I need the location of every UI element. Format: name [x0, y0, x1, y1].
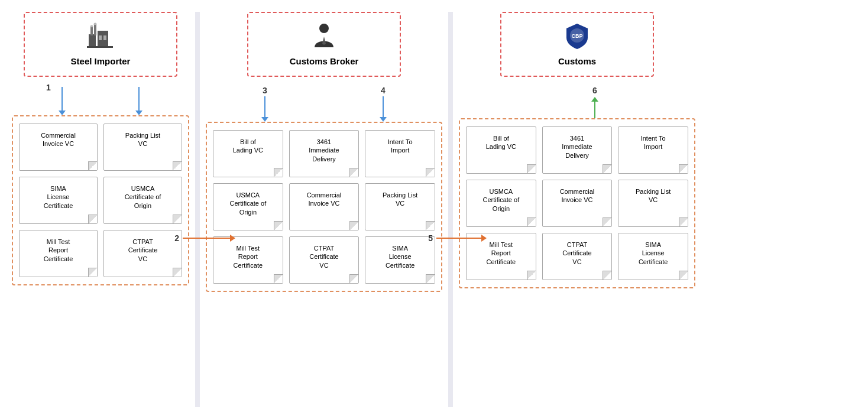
- doc-ctpat-broker: CTPATCertificateVC: [289, 236, 359, 284]
- main-diagram: Steel Importer 1 CommercialInvoice VC: [0, 0, 868, 419]
- svg-rect-2: [90, 27, 93, 35]
- doc-intent-import-broker: Intent ToImport: [365, 130, 435, 177]
- svg-rect-0: [89, 34, 96, 47]
- doc-commercial-invoice-vc: CommercialInvoice VC: [19, 124, 98, 171]
- customs-label: Customs: [558, 56, 596, 66]
- actor-steel-importer: Steel Importer: [24, 12, 177, 77]
- doc-usmca-customs: USMCACertificate ofOrigin: [466, 180, 536, 227]
- doc-ctpat-customs: CTPATCertificateVC: [542, 233, 613, 280]
- column-customs: CBP Customs 6 Bill ofLading VC 3461Immed…: [453, 12, 701, 407]
- svg-point-8: [94, 23, 97, 26]
- doc-sima-broker: SIMALicenseCertificate: [365, 236, 435, 284]
- actor-customs: CBP Customs: [500, 12, 654, 77]
- step-4-label: 4: [381, 86, 386, 95]
- step-5-label: 5: [428, 233, 433, 243]
- doc-intent-import-customs: Intent ToImport: [618, 126, 688, 174]
- step-2-label: 2: [174, 233, 179, 243]
- doc-packing-list-customs: Packing ListVC: [618, 180, 688, 227]
- svg-marker-10: [322, 37, 326, 45]
- svg-rect-6: [87, 46, 113, 48]
- doc-usmca-cert: USMCACertificate ofOrigin: [103, 177, 182, 224]
- customs-broker-icon: [312, 22, 336, 53]
- doc-packing-list-broker: Packing ListVC: [365, 183, 435, 230]
- column-customs-broker: Customs Broker 3 4 Bill ofLading VC 3461…: [200, 12, 448, 407]
- doc-sima-license: SIMALicenseCertificate: [19, 177, 98, 224]
- svg-rect-5: [103, 35, 106, 40]
- doc-usmca-broker: USMCACertificate ofOrigin: [213, 183, 283, 230]
- doc-3461-immediate-broker: 3461ImmediateDelivery: [289, 130, 359, 177]
- doc-packing-list-vc: Packing ListVC: [103, 124, 182, 171]
- customs-broker-label: Customs Broker: [290, 56, 359, 66]
- customs-icon: CBP: [564, 22, 590, 53]
- svg-point-9: [319, 24, 329, 33]
- doc-commercial-invoice-broker: CommercialInvoice VC: [289, 183, 359, 230]
- doc-sima-customs: SIMALicenseCertificate: [618, 233, 688, 280]
- steel-importer-label: Steel Importer: [71, 56, 131, 66]
- step-2-arrow-container: 2: [174, 233, 235, 243]
- doc-bol-vc-customs: Bill ofLading VC: [466, 126, 536, 174]
- actor-customs-broker: Customs Broker: [247, 12, 401, 77]
- customs-broker-docs: Bill ofLading VC 3461ImmediateDelivery I…: [206, 122, 442, 292]
- step-6-label: 6: [592, 86, 597, 95]
- doc-mill-test-report: Mill TestReportCertificate: [19, 230, 98, 277]
- svg-rect-3: [94, 25, 96, 35]
- svg-text:CBP: CBP: [571, 33, 582, 39]
- doc-bol-vc-broker: Bill ofLading VC: [213, 130, 283, 177]
- doc-ctpat-cert-vc: CTPATCertificateVC: [103, 230, 182, 277]
- steel-importer-docs: CommercialInvoice VC Packing ListVC SIMA…: [12, 115, 189, 285]
- svg-rect-4: [99, 35, 102, 40]
- doc-mill-test-broker: Mill TestReportCertificate: [213, 236, 283, 284]
- step-5-arrow-container: 5: [428, 233, 487, 243]
- step-3-label: 3: [263, 86, 267, 95]
- svg-point-7: [90, 25, 93, 28]
- doc-3461-immediate-customs: 3461ImmediateDelivery: [542, 126, 613, 174]
- step-1-label: 1: [46, 83, 51, 92]
- doc-commercial-invoice-customs: CommercialInvoice VC: [542, 180, 613, 227]
- column-steel-importer: Steel Importer 1 CommercialInvoice VC: [6, 12, 195, 407]
- customs-docs: Bill ofLading VC 3461ImmediateDelivery I…: [459, 118, 695, 288]
- steel-importer-icon: [86, 22, 115, 53]
